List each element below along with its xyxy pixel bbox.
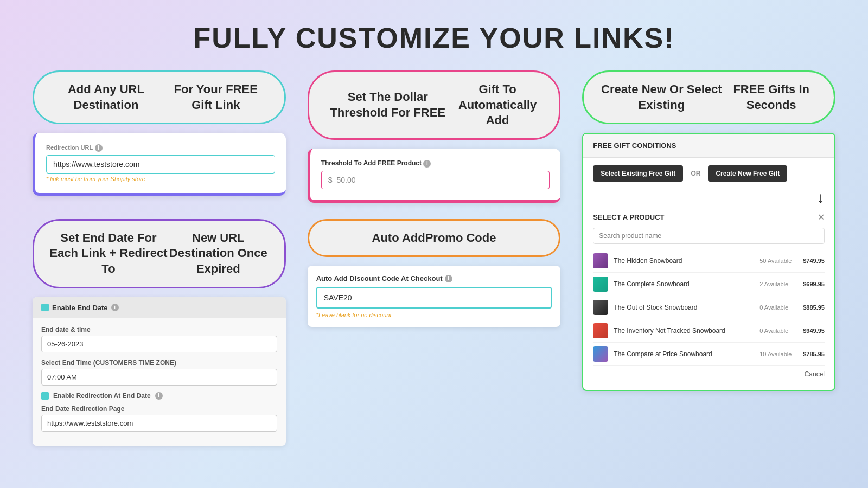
product-stock: 0 Available (760, 304, 797, 311)
product-price: $699.95 (803, 281, 825, 287)
page-title: FULLY CUSTOMIZE YOUR LINKS! (0, 0, 868, 70)
url-destination-section: Add Any URL Destination For Your FREE Gi… (33, 70, 286, 203)
redirection-url-label: Redirection URL i (46, 144, 275, 152)
product-name: The Complete Snowboard (614, 280, 754, 288)
select-product-header: SELECT A PRODUCT ✕ (593, 212, 825, 222)
product-thumb (593, 346, 608, 362)
product-item[interactable]: The Hidden Snowboard 50 Available $749.9… (593, 249, 825, 273)
main-grid: Add Any URL Destination For Your FREE Gi… (0, 70, 868, 446)
url-mockup: Redirection URL i * link must be from yo… (33, 133, 286, 196)
close-product-modal-button[interactable]: ✕ (818, 212, 825, 222)
gift-conditions-header: FREE GIFT CONDITIONS (583, 134, 834, 158)
gift-conditions-body: Select Existing Free Gift OR Create New … (583, 158, 834, 390)
enable-redirect-checkbox[interactable] (41, 392, 49, 400)
end-date-input[interactable] (41, 336, 277, 352)
end-date-section: Set End Date For Each Link + Redirect To… (33, 219, 286, 446)
end-date-info-icon[interactable]: i (111, 304, 119, 311)
product-name: The Out of Stock Snowboard (614, 304, 754, 311)
product-thumb (593, 300, 608, 315)
time-field-label: Select End Time (CUSTOMERS TIME ZONE) (41, 359, 277, 367)
or-label: OR (691, 170, 700, 177)
product-price: $885.95 (803, 304, 825, 311)
product-price: $949.95 (803, 328, 825, 334)
product-thumb (593, 277, 608, 292)
redirect-url-input[interactable] (41, 415, 277, 432)
select-product-title: SELECT A PRODUCT (593, 213, 664, 221)
time-select[interactable]: 07:00 AM (41, 369, 277, 386)
product-stock: 0 Available (760, 328, 797, 334)
product-stock: 50 Available (760, 258, 797, 264)
threshold-section: Set The Dollar Threshold For FREE Gift T… (308, 70, 561, 203)
down-arrow-icon: ↓ (593, 189, 825, 207)
product-item[interactable]: The Complete Snowboard 2 Available $699.… (593, 273, 825, 296)
redirect-page-label: End Date Redirection Page (41, 405, 277, 413)
end-date-field-label: End date & time (41, 326, 277, 333)
url-info-icon[interactable]: i (95, 144, 103, 152)
product-price: $785.95 (803, 351, 825, 357)
product-thumb (593, 323, 608, 338)
promo-mockup: Auto Add Discount Code At Checkout i *Le… (308, 266, 561, 327)
enable-end-date-label: Enable End Date (52, 304, 108, 312)
end-date-badge: Set End Date For Each Link + Redirect To… (33, 219, 286, 288)
threshold-input-row: $ 50.00 (321, 171, 550, 189)
threshold-info-icon[interactable]: i (423, 160, 431, 168)
product-item[interactable]: The Compare at Price Snowboard 10 Availa… (593, 343, 825, 366)
end-date-body: End date & time Select End Time (CUSTOME… (33, 318, 286, 446)
gift-btn-row: Select Existing Free Gift OR Create New … (593, 165, 825, 182)
threshold-mockup: Threshold To Add FREE Product i $ 50.00 (308, 149, 561, 203)
enable-end-date-checkbox[interactable] (41, 304, 49, 311)
gift-conditions-mockup: FREE GIFT CONDITIONS Select Existing Fre… (582, 133, 835, 391)
threshold-badge: Set The Dollar Threshold For FREE Gift T… (308, 70, 561, 140)
free-gifts-section: Create New Or Select Existing FREE Gifts… (582, 70, 835, 446)
product-search-input[interactable] (593, 228, 825, 244)
promo-info-icon[interactable]: i (445, 275, 452, 282)
product-name: The Inventory Not Tracked Snowboard (614, 327, 754, 335)
product-list: The Hidden Snowboard 50 Available $749.9… (593, 249, 825, 366)
url-destination-badge: Add Any URL Destination For Your FREE Gi… (33, 70, 286, 124)
select-existing-gift-button[interactable]: Select Existing Free Gift (593, 165, 683, 182)
currency-symbol: $ (328, 176, 333, 184)
create-new-gift-button[interactable]: Create New Free Gift (708, 165, 787, 182)
product-name: The Hidden Snowboard (614, 257, 754, 265)
redirect-label: Enable Redirection At End Date (53, 392, 151, 400)
product-stock: 2 Available (760, 281, 797, 287)
product-name: The Compare at Price Snowboard (614, 350, 754, 358)
promo-input[interactable] (316, 287, 552, 309)
threshold-value: 50.00 (336, 176, 355, 184)
url-warning: * link must be from your Shopify store (46, 176, 275, 182)
enable-end-date-row: Enable End Date i (33, 297, 286, 318)
product-item[interactable]: The Inventory Not Tracked Snowboard 0 Av… (593, 319, 825, 343)
product-stock: 10 Available (760, 351, 797, 357)
product-item[interactable]: The Out of Stock Snowboard 0 Available $… (593, 296, 825, 319)
url-input[interactable] (46, 155, 275, 174)
promo-code-section: Auto Add Promo Code Auto Add Discount Co… (308, 219, 561, 446)
redirect-info-icon[interactable]: i (155, 392, 163, 400)
redirect-row: Enable Redirection At End Date i (41, 392, 277, 400)
end-date-mockup: Enable End Date i End date & time Select… (33, 297, 286, 446)
product-thumb (593, 253, 608, 268)
product-price: $749.95 (803, 258, 825, 264)
promo-hint: *Leave blank for no discount (316, 312, 552, 318)
promo-badge: Auto Add Promo Code (308, 219, 561, 258)
threshold-label: Threshold To Add FREE Product i (321, 159, 550, 168)
cancel-button[interactable]: Cancel (593, 366, 825, 382)
free-gifts-badge: Create New Or Select Existing FREE Gifts… (582, 70, 835, 124)
promo-label: Auto Add Discount Code At Checkout i (316, 274, 552, 282)
